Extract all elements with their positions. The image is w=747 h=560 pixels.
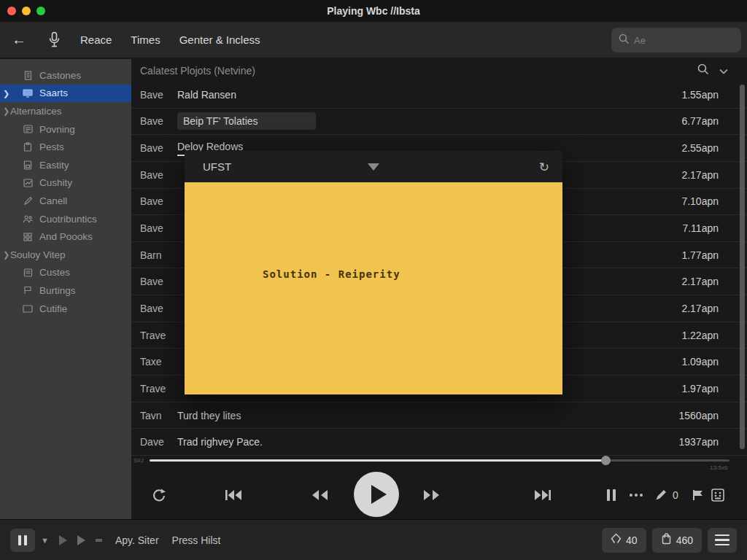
row-time: 2.17apn (659, 169, 747, 181)
note-popup-title: UFST (203, 160, 231, 173)
bottom-bar: ▼ Apy. Siter Press Hilst 40 (0, 519, 747, 560)
previous-track-button[interactable] (225, 489, 242, 502)
microphone-icon[interactable] (38, 31, 70, 49)
notes-icon (22, 267, 34, 279)
refresh-icon[interactable]: ↻ (539, 159, 549, 174)
search-icon (619, 34, 630, 47)
sidebar-item-castones[interactable]: ❯ Castones (0, 66, 131, 85)
row-title[interactable]: Turd they lites (177, 410, 241, 421)
back-button[interactable]: ← (0, 31, 38, 48)
fast-forward-button[interactable] (422, 489, 441, 502)
row-title[interactable]: Rald Ransen (177, 89, 236, 101)
seek-track[interactable] (150, 459, 729, 462)
tab-times[interactable]: Times (131, 34, 160, 46)
sidebar-item-canell[interactable]: ❯ Canell (0, 192, 131, 210)
play-queue-icon[interactable] (59, 535, 67, 545)
seek-thumb[interactable] (601, 456, 611, 465)
row-category: Bave (131, 142, 177, 154)
seek-fill (150, 459, 605, 462)
dropdown-arrow-icon[interactable] (368, 163, 379, 171)
row-time: 2.17apn (659, 276, 747, 287)
sidebar-item-custes[interactable]: ❯ Custes (0, 264, 131, 282)
row-category: Bave (131, 195, 177, 207)
row-time: 7.10apn (659, 195, 747, 207)
next-track-button[interactable] (534, 489, 551, 502)
pause-button[interactable] (606, 489, 616, 502)
status-label-2: Press Hilst (172, 534, 221, 546)
row-category: Bave (131, 276, 177, 287)
sidebar-item-povning[interactable]: ❯ Povning (0, 120, 131, 139)
play-button[interactable] (354, 472, 399, 517)
toolbar: ← Reace Times Genter & Incless Ae (0, 22, 747, 58)
row-title[interactable]: Trad righvey Pace. (177, 436, 263, 448)
people-icon (22, 213, 34, 225)
sidebar-item-cutifie[interactable]: ❯ Cutifie (0, 300, 131, 318)
sidebar-item-cuotribuntics[interactable]: ❯ Cuotribuntics (0, 210, 131, 228)
sidebar-item-alternatices[interactable]: ❯ Alternatices (0, 102, 131, 120)
sidebar-item-cushity[interactable]: ❯ Cushity (0, 174, 131, 192)
sidebar-item-eastity[interactable]: ❯ Eastity (0, 156, 131, 174)
hamburger-menu-button[interactable] (708, 528, 737, 553)
news-icon (22, 123, 34, 135)
tab-genter-incless[interactable]: Genter & Incless (179, 34, 260, 46)
row-time: 1560apn (659, 410, 747, 421)
chevron-right-icon[interactable]: ❯ (3, 250, 9, 260)
sidebar-item-pests[interactable]: ❯ Pests (0, 138, 131, 156)
sidebar-item-label: Castones (39, 70, 81, 81)
sidebar-item-burtings[interactable]: ❯ Burtings (0, 281, 131, 300)
row-title[interactable]: Beip TF' Tolaties (177, 112, 316, 130)
building-icon (22, 69, 34, 81)
loop-count: 40 (626, 534, 638, 546)
tag-icon (661, 533, 672, 547)
play-queue-icon-2[interactable] (77, 535, 85, 545)
search-input[interactable]: Ae (611, 28, 741, 52)
row-category: Barn (131, 249, 177, 261)
row-category: Dave (131, 436, 177, 448)
row-category: Trave (131, 330, 177, 341)
status-label-1: Apy. Siter (115, 534, 159, 546)
table-row[interactable]: Dave Trad righvey Pace. 1937apn (131, 429, 747, 456)
pencil-icon (22, 195, 34, 206)
note-canvas[interactable]: Solution - Reiperity (185, 182, 562, 394)
sidebar-item-saarts[interactable]: ❯ Saarts (0, 85, 131, 103)
row-category: Bave (131, 222, 177, 234)
sleep-timer-icon[interactable] (152, 488, 166, 502)
minimize-button[interactable] (22, 7, 31, 15)
zoom-button[interactable] (36, 7, 45, 15)
sidebar-item-label: Burtings (39, 285, 76, 296)
table-row[interactable]: Bave Rald Ransen 1.55apn (131, 82, 747, 109)
note-popup-header: UFST ↻ (185, 151, 562, 182)
rewind-button[interactable] (310, 489, 329, 502)
chevron-right-icon[interactable]: ❯ (3, 106, 9, 116)
tag-count: 460 (676, 534, 693, 546)
sidebar-item-and-poooks[interactable]: ❯ And Poooks (0, 228, 131, 246)
chevron-down-icon[interactable]: ▼ (41, 536, 49, 545)
more-options-icon[interactable] (630, 494, 643, 497)
row-category: Taxe (131, 356, 177, 368)
transport-controls: 0 (131, 470, 747, 519)
pencil-icon[interactable] (654, 489, 667, 502)
mini-pause-button[interactable] (10, 529, 35, 552)
chevron-right-icon[interactable]: ❯ (3, 88, 9, 98)
tag-count-badge[interactable]: 460 (652, 528, 702, 553)
table-row[interactable]: Bave Beip TF' Tolaties 6.77apn (131, 109, 747, 136)
chevron-down-icon[interactable] (719, 64, 728, 77)
sidebar-item-label: Saarts (39, 88, 68, 98)
flag-icon[interactable] (692, 489, 705, 501)
tab-reace[interactable]: Reace (80, 34, 112, 46)
table-row[interactable]: Tavn Turd they lites 1560apn (131, 402, 747, 429)
row-category: Tavn (131, 410, 177, 421)
close-button[interactable] (7, 7, 16, 15)
dash-icon (96, 539, 102, 542)
sidebar-item-label: Pests (39, 141, 64, 152)
sidebar-item-souloy-vitep[interactable]: ❯ Souloy Vitep (0, 246, 131, 264)
list-search-icon[interactable] (697, 63, 709, 78)
row-time: 1.09apn (659, 356, 747, 368)
scrollbar-thumb[interactable] (740, 85, 745, 449)
sidebar-item-label: Cutifie (39, 303, 67, 314)
row-time: 2.55apn (659, 142, 747, 154)
loop-count-badge[interactable]: 40 (602, 528, 646, 553)
sidebar: ❯ Castones ❯ Saarts ❯ Alternatices ❯ Pov… (0, 59, 131, 519)
row-category: Bave (131, 169, 177, 181)
dialpad-icon[interactable] (711, 489, 724, 502)
